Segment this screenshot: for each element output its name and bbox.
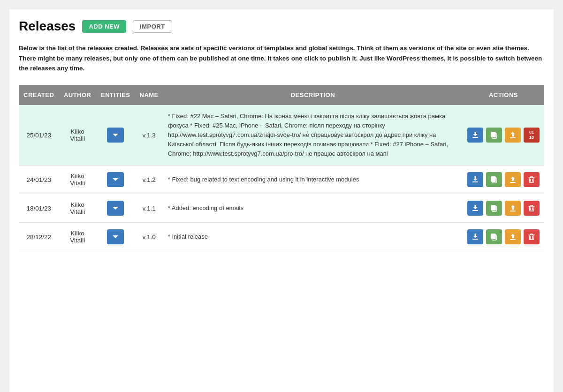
cell-name: v.1.1 <box>135 194 163 223</box>
page-title: Releases <box>19 19 76 34</box>
cell-author: Kiiko Vitalii <box>59 194 96 223</box>
col-header-created: CREATED <box>19 85 59 105</box>
svg-rect-10 <box>472 210 478 211</box>
cell-actions <box>463 194 544 223</box>
delete-button[interactable] <box>524 201 540 216</box>
binary-button[interactable]: 0110 <box>524 128 540 143</box>
svg-rect-0 <box>472 137 478 138</box>
table-row: 24/01/23Kiiko Vitaliiv.1.2* Fixed: bug r… <box>19 166 544 194</box>
archive-button[interactable] <box>505 128 521 143</box>
col-header-entities: ENTITIES <box>96 85 135 105</box>
actions-group <box>467 201 540 216</box>
actions-group: 0110 <box>467 128 540 143</box>
import-button[interactable]: IMPORT <box>133 20 172 33</box>
cell-name: v.1.2 <box>135 166 163 194</box>
cell-description: * Added: encoding of emails <box>163 194 463 223</box>
svg-rect-15 <box>472 239 478 240</box>
cell-description: * Fixed: bug related to text encoding an… <box>163 166 463 194</box>
download-button[interactable] <box>467 128 483 143</box>
delete-button[interactable] <box>524 229 540 244</box>
copy-button[interactable] <box>486 229 502 244</box>
col-header-author: AUTHOR <box>59 85 96 105</box>
page-header: Releases ADD NEW IMPORT <box>19 19 544 34</box>
actions-group <box>467 229 540 244</box>
table-row: 28/12/22Kiiko Vitaliiv.1.0* Initial rele… <box>19 223 544 251</box>
cell-description: * Initial release <box>163 223 463 251</box>
cell-actions <box>463 223 544 251</box>
cell-actions <box>463 166 544 194</box>
cell-author: Kiiko Vitalii <box>59 166 96 194</box>
cell-name: v.1.0 <box>135 223 163 251</box>
download-button[interactable] <box>467 172 483 187</box>
cell-author: Kiiko Vitalii <box>59 223 96 251</box>
cell-created: 25/01/23 <box>19 105 59 166</box>
actions-group <box>467 172 540 187</box>
cell-entities[interactable] <box>96 223 135 251</box>
cell-created: 18/01/23 <box>19 194 59 223</box>
cell-actions: 0110 <box>463 105 544 166</box>
page-description: Below is the list of the releases create… <box>19 43 544 74</box>
cell-description: * Fixed: #22 Mac – Safari, Chrome: На ік… <box>163 105 463 166</box>
archive-button[interactable] <box>505 201 521 216</box>
download-button[interactable] <box>467 229 483 244</box>
svg-rect-14 <box>510 211 516 211</box>
svg-rect-9 <box>510 182 516 183</box>
table-header-row: CREATED AUTHOR ENTITIES NAME DESCRIPTION… <box>19 85 544 105</box>
svg-rect-4 <box>510 137 516 138</box>
copy-button[interactable] <box>486 128 502 143</box>
delete-button[interactable] <box>524 172 540 187</box>
table-row: 25/01/23Kiiko Vitaliiv.1.3* Fixed: #22 M… <box>19 105 544 166</box>
cell-name: v.1.3 <box>135 105 163 166</box>
svg-rect-19 <box>510 239 516 240</box>
cell-created: 24/01/23 <box>19 166 59 194</box>
copy-button[interactable] <box>486 172 502 187</box>
col-header-name: NAME <box>135 85 163 105</box>
releases-table: CREATED AUTHOR ENTITIES NAME DESCRIPTION… <box>19 85 544 252</box>
copy-button[interactable] <box>486 201 502 216</box>
archive-button[interactable] <box>505 229 521 244</box>
download-button[interactable] <box>467 201 483 216</box>
archive-button[interactable] <box>505 172 521 187</box>
entities-chevron-button[interactable] <box>107 229 124 244</box>
add-new-button[interactable]: ADD NEW <box>82 20 126 33</box>
col-header-description: DESCRIPTION <box>163 85 463 105</box>
cell-entities[interactable] <box>96 194 135 223</box>
col-header-actions: ACTIONS <box>463 85 544 105</box>
cell-entities[interactable] <box>96 105 135 166</box>
table-row: 18/01/23Kiiko Vitaliiv.1.1* Added: encod… <box>19 194 544 223</box>
svg-rect-5 <box>472 181 478 182</box>
cell-author: Kiiko Vitalii <box>59 105 96 166</box>
cell-entities[interactable] <box>96 166 135 194</box>
entities-chevron-button[interactable] <box>107 201 124 216</box>
cell-created: 28/12/22 <box>19 223 59 251</box>
entities-chevron-button[interactable] <box>107 128 124 143</box>
entities-chevron-button[interactable] <box>107 172 124 187</box>
